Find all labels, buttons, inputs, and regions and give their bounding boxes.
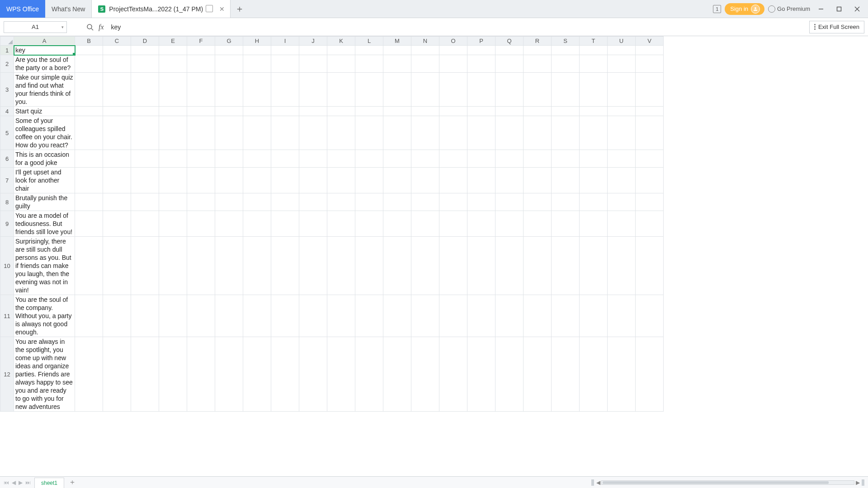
cell[interactable] [215, 295, 243, 337]
cell[interactable] [355, 46, 383, 55]
cell[interactable] [524, 168, 552, 193]
cell[interactable] [327, 55, 355, 73]
cell[interactable] [271, 107, 299, 116]
cell[interactable] [439, 46, 467, 55]
sheet-nav-next-icon[interactable]: ▶ [19, 479, 23, 486]
row-header-4[interactable]: 4 [0, 107, 14, 116]
cell[interactable] [439, 150, 467, 168]
cell[interactable] [299, 116, 327, 150]
cell[interactable] [327, 193, 355, 211]
name-box[interactable]: A1 ▾ [4, 21, 67, 33]
cell[interactable] [580, 150, 608, 168]
cell[interactable] [355, 211, 383, 237]
cell[interactable] [552, 237, 580, 295]
cell[interactable] [159, 237, 187, 295]
cell[interactable] [215, 168, 243, 193]
cell[interactable] [215, 211, 243, 237]
scroll-thumb[interactable] [603, 481, 829, 484]
cell[interactable] [327, 107, 355, 116]
cell[interactable] [131, 55, 159, 73]
cell[interactable] [383, 46, 411, 55]
cell[interactable] [299, 73, 327, 107]
column-header-M[interactable]: M [383, 37, 411, 46]
column-header-R[interactable]: R [524, 37, 552, 46]
cell[interactable] [524, 150, 552, 168]
cell[interactable] [103, 193, 131, 211]
cell[interactable] [243, 116, 271, 150]
cell[interactable] [552, 211, 580, 237]
cell[interactable] [75, 107, 103, 116]
cell[interactable] [524, 55, 552, 73]
cell[interactable] [383, 211, 411, 237]
cell[interactable] [467, 55, 495, 73]
cell[interactable] [608, 73, 636, 107]
row-header-8[interactable]: 8 [0, 193, 14, 211]
cell[interactable] [355, 295, 383, 337]
cell[interactable] [411, 337, 439, 412]
minimize-button[interactable] [814, 2, 828, 16]
cell[interactable] [552, 337, 580, 412]
cell[interactable] [467, 107, 495, 116]
cell[interactable] [243, 337, 271, 412]
cell[interactable] [103, 337, 131, 412]
cell[interactable] [524, 116, 552, 150]
cell[interactable] [383, 107, 411, 116]
cell[interactable] [524, 237, 552, 295]
cell[interactable] [608, 168, 636, 193]
magnifier-icon[interactable] [86, 23, 94, 31]
cell[interactable] [495, 237, 524, 295]
cell[interactable] [159, 116, 187, 150]
cell[interactable] [187, 337, 215, 412]
cell[interactable] [495, 337, 524, 412]
cell[interactable] [299, 55, 327, 73]
cell[interactable] [75, 168, 103, 193]
cell[interactable] [524, 46, 552, 55]
row-header-1[interactable]: 1 [0, 46, 14, 55]
cell[interactable] [271, 55, 299, 73]
cell[interactable] [495, 168, 524, 193]
cell[interactable] [75, 295, 103, 337]
cell[interactable] [636, 55, 664, 73]
cell[interactable] [467, 150, 495, 168]
cell[interactable] [243, 295, 271, 337]
cell[interactable] [608, 46, 636, 55]
spreadsheet-area[interactable]: ABCDEFGHIJKLMNOPQRSTUV 1key2Are you the … [0, 36, 868, 476]
row-header-11[interactable]: 11 [0, 295, 14, 337]
cell[interactable] [636, 211, 664, 237]
cell[interactable] [608, 107, 636, 116]
cell[interactable] [243, 150, 271, 168]
cell[interactable] [187, 46, 215, 55]
cell[interactable] [243, 211, 271, 237]
cell[interactable] [383, 55, 411, 73]
cell[interactable]: Are you the soul of the party or a bore? [14, 55, 75, 73]
cell[interactable] [636, 46, 664, 55]
cell[interactable] [411, 55, 439, 73]
cell[interactable] [75, 116, 103, 150]
cell[interactable] [383, 337, 411, 412]
notification-badge[interactable]: 1 [713, 5, 721, 13]
cell[interactable] [327, 337, 355, 412]
cell[interactable] [636, 193, 664, 211]
cell[interactable] [636, 168, 664, 193]
cell[interactable] [580, 295, 608, 337]
cell[interactable] [159, 107, 187, 116]
column-header-J[interactable]: J [299, 37, 327, 46]
cell[interactable] [467, 337, 495, 412]
cell[interactable]: You are always in the spotlight, you com… [14, 337, 75, 412]
column-header-G[interactable]: G [215, 37, 243, 46]
cell[interactable] [355, 107, 383, 116]
cell[interactable] [327, 211, 355, 237]
cell[interactable] [75, 211, 103, 237]
cell[interactable] [327, 116, 355, 150]
cell[interactable] [215, 107, 243, 116]
cell[interactable] [131, 73, 159, 107]
fx-icon[interactable]: fx [97, 23, 106, 31]
cell[interactable] [552, 107, 580, 116]
select-all-corner[interactable] [0, 37, 14, 46]
cell[interactable] [383, 73, 411, 107]
cell[interactable] [75, 337, 103, 412]
cell[interactable] [467, 116, 495, 150]
row-header-3[interactable]: 3 [0, 73, 14, 107]
cell[interactable] [215, 116, 243, 150]
cell[interactable] [524, 107, 552, 116]
